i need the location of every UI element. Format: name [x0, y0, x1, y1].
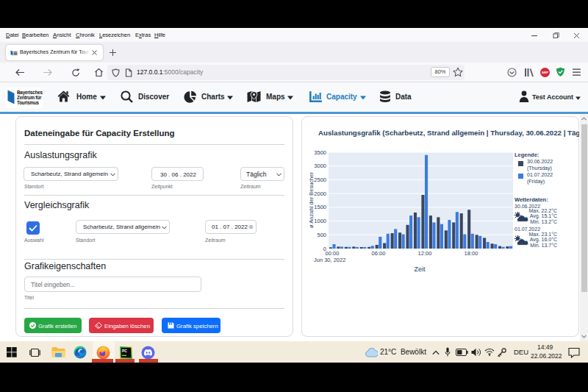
svg-text:Max. 23.1°C: Max. 23.1°C: [528, 232, 557, 237]
svg-text:1000: 1000: [314, 218, 326, 224]
svg-text:500: 500: [317, 232, 326, 238]
svg-text:Legende:: Legende:: [514, 152, 539, 158]
svg-text:2000: 2000: [314, 190, 326, 197]
svg-text:ø Anzahl der Besucher: ø Anzahl der Besucher: [308, 172, 315, 228]
svg-text:3500: 3500: [314, 149, 326, 156]
svg-text:(Friday): (Friday): [527, 179, 545, 185]
svg-text:Zeit: Zeit: [414, 266, 426, 273]
svg-text:Jun 30, 2022: Jun 30, 2022: [314, 257, 345, 263]
svg-text:30.06.2022: 30.06.2022: [527, 159, 553, 164]
svg-text:12:00: 12:00: [418, 250, 432, 257]
svg-text:Wetterdaten:: Wetterdaten:: [514, 196, 548, 203]
svg-text:Min. 13.2°C: Min. 13.2°C: [530, 219, 557, 224]
svg-text:01.07.2022: 01.07.2022: [514, 227, 540, 232]
svg-text:3000: 3000: [314, 163, 326, 169]
svg-text:PC: PC: [122, 349, 127, 353]
svg-text:Max. 22.2°C: Max. 22.2°C: [528, 208, 557, 213]
svg-text:1500: 1500: [314, 204, 326, 210]
svg-text:06:00: 06:00: [372, 250, 386, 257]
svg-text:18:00: 18:00: [465, 250, 478, 257]
svg-text:2500: 2500: [314, 177, 326, 183]
svg-text:Min. 13.7°C: Min. 13.7°C: [530, 243, 557, 248]
svg-text:Auslastungsgrafik (Scharbeutz,: Auslastungsgrafik (Scharbeutz, Strand al…: [318, 129, 579, 137]
svg-text:00:00: 00:00: [326, 250, 340, 257]
svg-text:01.07.2022: 01.07.2022: [527, 172, 553, 177]
svg-text:(Thursday): (Thursday): [527, 165, 552, 171]
